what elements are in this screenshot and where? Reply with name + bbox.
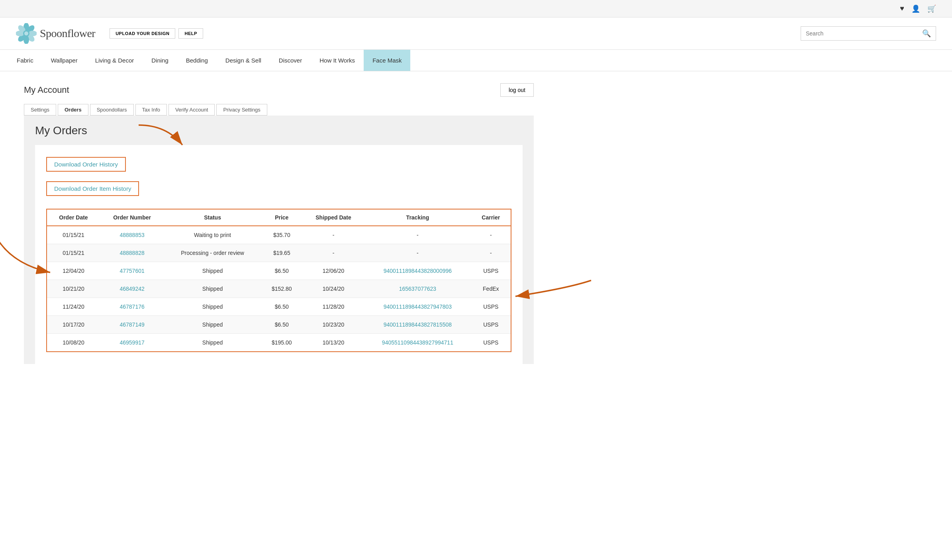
main-nav: Fabric Wallpaper Living & Decor Dining B… (0, 50, 952, 71)
tracking-link[interactable]: 9400111898443827815508 (384, 321, 452, 328)
heart-icon[interactable]: ♥ (900, 4, 904, 13)
order-number-link[interactable]: 46787176 (119, 303, 144, 310)
orders-title: My Orders (35, 124, 523, 145)
table-row: 11/24/2046787176Shipped$6.5011/28/209400… (47, 298, 511, 316)
col-header-tracking: Tracking (364, 209, 471, 226)
header: Spoonflower UPLOAD YOUR DESIGN HELP 🔍 (0, 18, 952, 50)
col-header-price: Price (261, 209, 303, 226)
order-number-link[interactable]: 47757601 (119, 268, 144, 274)
tab-orders[interactable]: Orders (58, 104, 88, 116)
cart-icon[interactable]: 🛒 (927, 4, 936, 13)
orders-section: My Orders Download Order History (24, 116, 534, 364)
nav-item-living-decor[interactable]: Living & Decor (86, 50, 143, 71)
nav-item-fabric[interactable]: Fabric (8, 50, 42, 71)
table-row: 10/08/2046959917Shipped$195.0010/13/2094… (47, 334, 511, 352)
col-header-order-number: Order Number (100, 209, 164, 226)
account-tabs: Settings Orders Spoondollars Tax Info Ve… (24, 104, 534, 116)
user-icon[interactable]: 👤 (911, 4, 920, 13)
logo[interactable]: Spoonflower (16, 23, 95, 44)
download-history-area: Download Order History (46, 157, 511, 177)
nav-item-wallpaper[interactable]: Wallpaper (42, 50, 86, 71)
top-bar: ♥ 👤 🛒 (0, 0, 952, 18)
nav-item-dining[interactable]: Dining (143, 50, 177, 71)
table-row: 01/15/2148888828Processing - order revie… (47, 244, 511, 262)
tab-spoondollars[interactable]: Spoondollars (90, 104, 134, 116)
download-order-history-button[interactable]: Download Order History (46, 157, 126, 172)
tracking-link[interactable]: 94055110984438927994711 (382, 339, 453, 346)
svg-point-9 (24, 31, 28, 35)
table-row: 10/21/2046849242Shipped$152.8010/24/2016… (47, 280, 511, 298)
main-content: My Account log out Settings Orders Spoon… (0, 71, 558, 376)
col-header-order-date: Order Date (47, 209, 100, 226)
nav-item-bedding[interactable]: Bedding (177, 50, 217, 71)
tracking-link[interactable]: 9400111898443828000996 (384, 268, 452, 274)
nav-item-design-sell[interactable]: Design & Sell (217, 50, 270, 71)
orders-table-container: Order Date Order Number Status Price Shi… (46, 209, 511, 352)
order-number-link[interactable]: 46787149 (119, 321, 144, 328)
logout-button[interactable]: log out (500, 83, 534, 97)
search-area: 🔍 (801, 26, 936, 41)
table-row: 12/04/2047757601Shipped$6.5012/06/209400… (47, 262, 511, 280)
search-input[interactable] (806, 30, 919, 37)
tab-verify-account[interactable]: Verify Account (168, 104, 215, 116)
nav-item-face-mask[interactable]: Face Mask (364, 50, 410, 71)
tab-privacy-settings[interactable]: Privacy Settings (216, 104, 267, 116)
search-icon[interactable]: 🔍 (922, 29, 931, 38)
order-number-link[interactable]: 48888853 (119, 232, 144, 238)
download-order-item-history-button[interactable]: Download Order Item History (46, 181, 139, 196)
nav-item-how-it-works[interactable]: How It Works (311, 50, 364, 71)
order-number-link[interactable]: 48888828 (119, 250, 144, 256)
tracking-link[interactable]: 165637077623 (399, 286, 436, 292)
col-header-status: Status (164, 209, 261, 226)
nav-item-discover[interactable]: Discover (270, 50, 311, 71)
col-header-shipped-date: Shipped Date (303, 209, 364, 226)
tab-settings[interactable]: Settings (24, 104, 56, 116)
account-header: My Account log out (24, 83, 534, 97)
tracking-link[interactable]: 9400111898443827947803 (384, 303, 452, 310)
upload-design-button[interactable]: UPLOAD YOUR DESIGN (110, 28, 175, 39)
header-buttons: UPLOAD YOUR DESIGN HELP (110, 28, 203, 39)
table-row: 10/17/2046787149Shipped$6.5010/23/209400… (47, 316, 511, 334)
order-number-link[interactable]: 46959917 (119, 339, 144, 346)
orders-body: Download Order History Download Order It… (35, 145, 523, 364)
logo-text: Spoonflower (40, 27, 95, 40)
table-row: 01/15/2148888853Waiting to print$35.70--… (47, 226, 511, 244)
tab-tax-info[interactable]: Tax Info (135, 104, 167, 116)
order-number-link[interactable]: 46849242 (119, 286, 144, 292)
orders-table: Order Date Order Number Status Price Shi… (46, 209, 511, 352)
logo-flower-icon (16, 23, 37, 44)
download-item-history-area: Download Order Item History (46, 181, 511, 202)
account-title: My Account (24, 85, 69, 95)
col-header-carrier: Carrier (471, 209, 511, 226)
help-button[interactable]: HELP (178, 28, 203, 39)
